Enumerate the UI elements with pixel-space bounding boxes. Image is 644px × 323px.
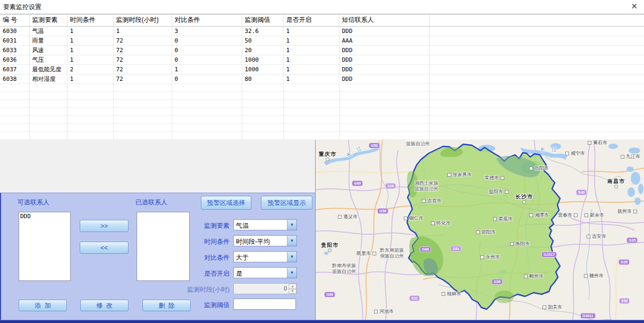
spin-down-icon[interactable]: ▼ xyxy=(289,289,296,294)
table-row[interactable] xyxy=(0,108,644,116)
table-cell: 1 xyxy=(283,74,339,84)
table-cell xyxy=(242,100,283,108)
table-row[interactable] xyxy=(0,124,644,132)
table-cell: 气压 xyxy=(29,55,67,65)
table-cell xyxy=(172,132,242,140)
city-marker-icon xyxy=(422,199,426,203)
chevron-down-icon[interactable]: ▼ xyxy=(287,236,296,246)
table-cell xyxy=(29,100,67,108)
province-map[interactable]: 重庆市长 江长 江恩施土家族 苗族自治州黄石市咸宁市九江市岳阳市张家界市常德市湘… xyxy=(315,140,644,323)
city-label: 韶关市 xyxy=(543,304,562,310)
title-bar: 要素监控设置 ✕ xyxy=(0,0,644,14)
monitor-table: 编 号监测要素时间条件监测时段(小时)对比条件监测阈值是否开启短信联系人 603… xyxy=(0,14,644,141)
table-cell xyxy=(283,116,339,124)
city-label: 重庆市 xyxy=(319,151,336,161)
road-badge: G69 xyxy=(324,292,335,297)
table-cell xyxy=(283,100,339,108)
table-cell xyxy=(172,84,242,92)
city-marker-icon xyxy=(501,176,504,180)
table-cell xyxy=(67,124,113,132)
table-row[interactable] xyxy=(0,132,644,140)
spacer-area xyxy=(0,140,315,193)
road-badge: G55 xyxy=(492,279,503,285)
city-label: 湘潭市 xyxy=(529,212,549,218)
threshold-input[interactable] xyxy=(233,299,296,310)
column-header[interactable]: 监测阈值 xyxy=(242,14,283,27)
column-header[interactable]: 短信联系人 xyxy=(339,14,429,27)
table-row[interactable] xyxy=(0,116,644,124)
table-cell xyxy=(0,108,29,116)
table-cell xyxy=(172,116,242,124)
table-cell: 32.6 xyxy=(242,27,283,36)
city-marker-icon xyxy=(584,213,588,217)
table-cell xyxy=(113,92,172,100)
table-cell: DDD xyxy=(339,55,429,65)
close-icon[interactable]: ✕ xyxy=(631,2,638,11)
compare-condition-label: 对比条件 xyxy=(159,253,230,262)
column-header[interactable] xyxy=(429,14,644,27)
table-row[interactable]: 6031雨量1720501AAA xyxy=(0,36,644,46)
chevron-down-icon[interactable]: ▼ xyxy=(287,220,296,230)
table-row[interactable]: 6030气温11332.61DDD xyxy=(0,27,644,36)
table-cell xyxy=(0,124,29,132)
region-label: 恩施土家族 苗族自治州 xyxy=(406,140,430,147)
city-marker-icon xyxy=(588,141,591,145)
table-cell xyxy=(339,108,429,116)
table-cell xyxy=(429,55,644,65)
table-cell: 1 xyxy=(283,55,339,65)
table-cell: DDD xyxy=(339,65,429,74)
table-cell: 72 xyxy=(113,55,172,65)
city-marker-icon xyxy=(529,213,533,217)
table-row[interactable] xyxy=(0,92,644,100)
city-marker-icon xyxy=(372,252,376,255)
road-badge: S50 xyxy=(619,298,630,304)
period-hours-spinner[interactable]: 0 ▲ ▼ xyxy=(233,283,297,294)
chevron-down-icon[interactable]: ▼ xyxy=(287,252,296,262)
table-cell: 0 xyxy=(172,74,242,84)
warning-area-show-button[interactable]: 预警区域显示 xyxy=(261,196,312,210)
road-badge: G69 xyxy=(352,180,363,186)
table-row[interactable] xyxy=(0,100,644,108)
column-header[interactable]: 对比条件 xyxy=(172,14,242,27)
add-button[interactable]: 添 加 xyxy=(19,300,67,311)
list-item[interactable]: DDD xyxy=(20,213,69,220)
table-row[interactable]: 6036气压172010001DDD xyxy=(0,55,644,65)
road-badge: G50 xyxy=(369,143,380,148)
table-cell xyxy=(67,100,113,108)
column-header[interactable]: 编 号 xyxy=(0,14,29,27)
table-row[interactable] xyxy=(0,84,644,92)
enabled-select[interactable]: 是 ▼ xyxy=(233,267,297,278)
element-select[interactable]: 气温 ▼ xyxy=(233,219,297,230)
table-cell xyxy=(29,108,67,116)
table-cell xyxy=(29,124,67,132)
column-header[interactable]: 监测时段(小时) xyxy=(113,14,172,27)
city-label: 赣州市 xyxy=(584,273,604,279)
move-left-button[interactable]: << xyxy=(80,242,129,254)
table-cell xyxy=(0,100,29,108)
warning-area-select-button[interactable]: 预警区域选择 xyxy=(201,196,251,210)
compare-condition-select[interactable]: 大于 ▼ xyxy=(233,251,297,262)
table-cell xyxy=(242,92,283,100)
delete-button[interactable]: 删 除 xyxy=(142,300,191,311)
move-right-button[interactable]: >> xyxy=(80,220,129,232)
spin-up-icon[interactable]: ▲ xyxy=(289,284,296,289)
modify-button[interactable]: 修 改 xyxy=(80,300,129,311)
city-label: 河池市 xyxy=(374,309,394,314)
column-header[interactable]: 是否开启 xyxy=(283,14,339,27)
table-row[interactable]: 6037最低能见度272110001DDD xyxy=(0,65,644,74)
column-header[interactable]: 时间条件 xyxy=(67,14,113,27)
column-header[interactable]: 监测要素 xyxy=(29,14,67,27)
table-cell xyxy=(429,36,644,46)
chevron-down-icon[interactable]: ▼ xyxy=(287,268,296,278)
available-contacts-list[interactable]: DDD xyxy=(19,212,71,281)
table-row[interactable]: 6038相对湿度1720801DDD xyxy=(0,74,644,84)
table-cell: DDD xyxy=(339,27,429,36)
table-cell xyxy=(0,116,29,124)
table-row[interactable]: 6033风速1720201DDD xyxy=(0,46,644,55)
time-condition-select[interactable]: 时间段-平均 ▼ xyxy=(233,235,297,246)
table-cell: 0 xyxy=(172,46,242,55)
table-cell: 1 xyxy=(283,46,339,55)
city-label: 遵义市 xyxy=(338,214,358,220)
city-marker-icon xyxy=(338,215,342,219)
table-cell xyxy=(339,132,429,140)
